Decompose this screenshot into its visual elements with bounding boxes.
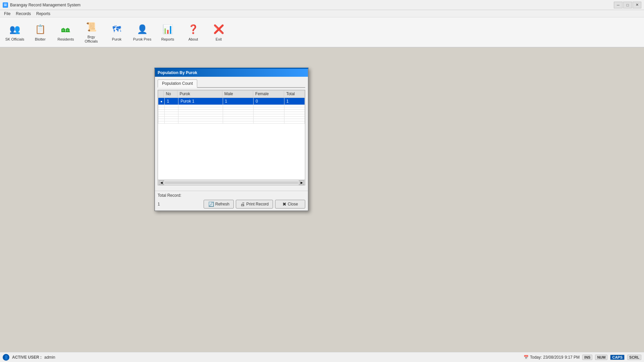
- sk-officials-label: SK Officials: [5, 37, 24, 42]
- population-table: No Purok Male Female Total: [158, 90, 305, 98]
- cell-male: 1: [223, 98, 254, 105]
- row-indicator: ●: [158, 98, 165, 105]
- table-row-empty: [158, 110, 305, 112]
- ins-indicator: INS: [582, 355, 592, 360]
- table-row-empty: [158, 119, 305, 121]
- scrl-indicator: SCRL: [627, 355, 641, 360]
- refresh-button[interactable]: 🔄 Refresh: [204, 200, 234, 208]
- total-record-label: Total Record:: [158, 193, 305, 198]
- reports-icon: 📊: [161, 22, 174, 36]
- residents-label: Residents: [58, 37, 74, 42]
- table-body: ● 1 Purok 1 1 0 1: [158, 98, 305, 124]
- col-female: Female: [253, 90, 284, 98]
- cell-female: 0: [254, 98, 284, 105]
- toolbar-brgy-officials[interactable]: 📜 Brgy Officials: [79, 19, 103, 45]
- title-bar: 🏛 Barangay Record Management System ─ □ …: [0, 0, 644, 10]
- close-btn-icon: ✖: [282, 201, 286, 207]
- blotter-icon: 📋: [34, 22, 47, 36]
- scroll-right-button[interactable]: ▶: [299, 180, 304, 185]
- col-male: Male: [222, 90, 253, 98]
- status-datetime: 📅 Today: 23/08/2019 9:17 PM: [524, 355, 580, 360]
- horizontal-scrollbar[interactable]: ◀ ▶: [158, 180, 305, 185]
- toolbar-reports[interactable]: 📊 Reports: [156, 19, 180, 45]
- main-area: Population By Purok Population Count No …: [0, 48, 644, 352]
- scroll-track[interactable]: [165, 181, 298, 184]
- toolbar-exit[interactable]: ❌ Exit: [207, 19, 231, 45]
- brgy-officials-label: Brgy Officials: [81, 35, 102, 44]
- cell-purok: Purok 1: [178, 98, 223, 105]
- col-purok: Purok: [177, 90, 222, 98]
- time-value: 9:17 PM: [565, 355, 580, 360]
- purok-pres-icon: 👤: [136, 22, 149, 36]
- purok-label: Purok: [112, 37, 122, 42]
- exit-icon: ❌: [212, 22, 225, 36]
- residents-icon: 🏘: [59, 22, 72, 36]
- print-icon: 🖨: [240, 201, 245, 207]
- menu-reports[interactable]: Reports: [34, 11, 53, 17]
- about-label: About: [189, 37, 198, 42]
- num-indicator: NUM: [595, 355, 607, 360]
- tab-population-count[interactable]: Population Count: [158, 79, 197, 88]
- menu-records[interactable]: Records: [13, 11, 34, 17]
- title-bar-controls: ─ □ ✕: [614, 2, 641, 8]
- today-label: Today:: [530, 355, 542, 360]
- calendar-icon: 📅: [524, 355, 529, 360]
- blotter-label: Blotter: [35, 37, 46, 42]
- table-row-empty: [158, 112, 305, 114]
- app-icon: 🏛: [3, 2, 8, 8]
- menu-file[interactable]: File: [1, 11, 13, 17]
- purok-icon: 🗺: [110, 22, 123, 36]
- dialog-content: Population Count No Purok Male Female To…: [155, 77, 308, 191]
- print-record-label: Print Record: [246, 202, 269, 206]
- table-header: No Purok Male Female Total: [158, 90, 305, 98]
- population-data-table: ● 1 Purok 1 1 0 1: [158, 98, 305, 124]
- table-row-empty: [158, 107, 305, 110]
- maximize-button[interactable]: □: [623, 2, 632, 8]
- exit-label: Exit: [216, 37, 222, 42]
- toolbar-residents[interactable]: 🏘 Residents: [54, 19, 78, 45]
- close-label: Close: [288, 202, 298, 206]
- toolbar-about[interactable]: ❓ About: [181, 19, 205, 45]
- sk-officials-icon: 👥: [8, 22, 21, 36]
- toolbar-purok-pres[interactable]: 👤 Purok Pres: [130, 19, 154, 45]
- cell-total: 1: [284, 98, 305, 105]
- date-value: 23/08/2019: [543, 355, 563, 360]
- active-user-value: admin: [44, 355, 55, 360]
- about-icon: ❓: [186, 22, 200, 36]
- menu-bar: File Records Reports: [0, 10, 644, 17]
- print-record-button[interactable]: 🖨 Print Record: [236, 200, 273, 208]
- table-row-empty: [158, 121, 305, 124]
- scroll-left-button[interactable]: ◀: [159, 180, 164, 185]
- dialog-title: Population By Purok: [158, 70, 197, 75]
- footer-buttons: 🔄 Refresh 🖨 Print Record ✖ Close: [204, 200, 305, 208]
- table-row-empty: [158, 105, 305, 107]
- reports-label: Reports: [161, 37, 174, 42]
- title-bar-left: 🏛 Barangay Record Management System: [3, 2, 80, 8]
- app-title: Barangay Record Management System: [10, 3, 80, 7]
- minimize-button[interactable]: ─: [614, 2, 623, 8]
- close-button[interactable]: ✖ Close: [275, 200, 305, 208]
- col-no: No: [164, 90, 177, 98]
- toolbar: 👥 SK Officials 📋 Blotter 🏘 Residents 📜 B…: [0, 17, 644, 48]
- dialog-title-bar: Population By Purok: [155, 69, 308, 77]
- dialog-footer: Total Record: 1 🔄 Refresh 🖨 Print Record…: [155, 191, 308, 210]
- col-indicator: [158, 90, 164, 98]
- user-icon: 👤: [3, 354, 9, 361]
- toolbar-blotter[interactable]: 📋 Blotter: [28, 19, 52, 45]
- active-user-label: ACTIVE USER :: [12, 355, 42, 360]
- window-close-button[interactable]: ✕: [633, 2, 641, 8]
- status-bar: 👤 ACTIVE USER : admin 📅 Today: 23/08/201…: [0, 352, 644, 362]
- caps-indicator: CAPS: [610, 355, 625, 360]
- purok-pres-label: Purok Pres: [133, 37, 151, 42]
- toolbar-purok[interactable]: 🗺 Purok: [105, 19, 129, 45]
- col-total: Total: [284, 90, 305, 98]
- refresh-label: Refresh: [215, 202, 229, 206]
- table-row-empty: [158, 114, 305, 117]
- table-row[interactable]: ● 1 Purok 1 1 0 1: [158, 98, 305, 105]
- total-record-value: 1: [158, 202, 160, 206]
- refresh-icon: 🔄: [208, 201, 214, 207]
- table-scroll-body[interactable]: ● 1 Purok 1 1 0 1: [158, 98, 305, 180]
- toolbar-sk-officials[interactable]: 👥 SK Officials: [3, 19, 27, 45]
- tab-bar: Population Count: [158, 79, 305, 88]
- cell-no: 1: [165, 98, 178, 105]
